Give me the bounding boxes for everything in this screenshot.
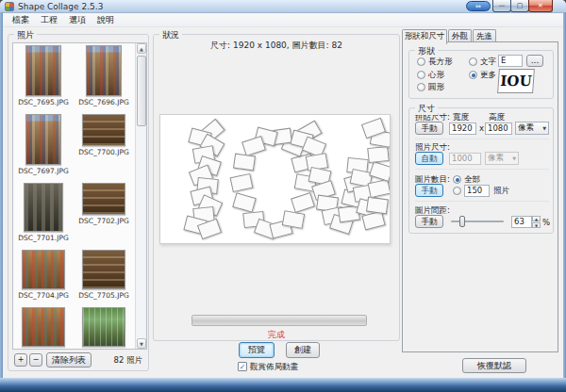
close-icon: ✕ (538, 2, 543, 9)
photo-item[interactable]: DSC_7704.JPG (18, 250, 69, 300)
photo-count-custom-radio[interactable] (453, 187, 461, 195)
menu-help[interactable]: 說明 (92, 13, 119, 27)
photo-thumbnail[interactable] (86, 45, 122, 96)
shape-more-radio[interactable] (469, 71, 477, 79)
shape-text-radio[interactable] (469, 57, 477, 66)
photo-thumbnail[interactable] (82, 114, 125, 146)
photo-filename: DSC_7696.JPG (78, 98, 129, 106)
photo-item[interactable]: DSC_7700.JPG (78, 114, 129, 156)
custom-shape-preview[interactable]: IOU (497, 69, 535, 93)
spacing-manual-button[interactable]: 手動 (415, 215, 443, 228)
add-photos-button[interactable]: + (14, 353, 27, 367)
shape-circle-label[interactable]: 圓形 (428, 82, 444, 93)
size-group-label: 尺寸 (415, 103, 438, 115)
shape-circle-radio[interactable] (417, 83, 425, 91)
shape-rectangle-radio[interactable] (417, 57, 425, 66)
spin-down-icon[interactable]: ▼ (532, 222, 541, 228)
animation-checkbox[interactable]: ✓ (238, 362, 247, 371)
photo-item[interactable]: DSC_7705.JPG (78, 250, 129, 300)
shape-rectangle-label[interactable]: 長方形 (428, 57, 453, 68)
photo-filename: DSC_7702.JPG (78, 217, 129, 225)
collage-photo-card (367, 146, 390, 163)
close-button[interactable]: ✕ (528, 0, 553, 12)
photos-group-label: 照片 (14, 29, 37, 41)
photo-count-all-radio[interactable] (453, 175, 461, 184)
collage-photo-card (241, 136, 266, 156)
minimize-button[interactable]: — (492, 0, 511, 12)
photo-item[interactable]: DSC_7708.JPG (78, 307, 129, 350)
photo-list[interactable]: DSC_7695.JPGDSC_7696.JPGDSC_7697.JPGDSC_… (12, 42, 147, 350)
photo-filename: DSC_7707.JPG (18, 349, 69, 350)
collage-photo-card (233, 154, 256, 172)
photo-count-input[interactable]: 150 (464, 185, 490, 197)
scroll-up-icon[interactable]: ▲ (137, 43, 146, 54)
shape-heart-radio[interactable] (417, 71, 425, 79)
photo-item[interactable]: DSC_7707.JPG (18, 307, 69, 350)
collage-photo-card (369, 161, 391, 182)
collage-status-text: 尺寸: 1920 x 1080, 圖片數目: 82 (154, 40, 399, 52)
collage-width-input[interactable]: 1920 (449, 122, 476, 135)
menu-options[interactable]: 選項 (64, 13, 91, 27)
photo-thumbnail[interactable] (82, 183, 125, 215)
browse-shape-button[interactable]: ... (526, 55, 543, 67)
photo-filename: DSC_7695.JPG (18, 98, 69, 106)
minimize-icon: — (499, 2, 506, 9)
tab-advanced[interactable]: 先進 (473, 29, 496, 42)
scroll-down-icon[interactable]: ▼ (137, 338, 146, 349)
photo-count-manual-button[interactable]: 手動 (415, 184, 443, 197)
titlebar[interactable]: Shape Collage 2.5.3 ⇔ — ▢ ✕ (0, 0, 566, 13)
photo-size-auto-button[interactable]: 自動 (415, 152, 443, 165)
photo-thumbnail[interactable] (22, 250, 65, 289)
photo-thumbnail[interactable] (22, 307, 65, 347)
size-group: 尺寸 拼貼尺寸: 寬度 高度 手動 1920 x 1080 像素▼ 照片尺寸: … (408, 107, 554, 234)
photo-item[interactable]: DSC_7696.JPG (78, 45, 129, 106)
photo-thumbnail[interactable] (82, 307, 125, 347)
done-label: 完成 (154, 329, 399, 341)
photo-item[interactable]: DSC_7697.JPG (18, 114, 69, 175)
spacing-value-input[interactable]: 63 (511, 216, 532, 228)
chevron-down-icon: ▼ (512, 155, 516, 161)
photo-thumbnail[interactable] (25, 114, 61, 165)
status-group: 狀況 尺寸: 1920 x 1080, 圖片數目: 82 完成 (153, 34, 400, 341)
shape-text-label[interactable]: 文字 (480, 57, 496, 68)
divider (415, 169, 549, 170)
scrollbar-thumb[interactable] (137, 56, 146, 126)
photo-item[interactable]: DSC_7702.JPG (78, 183, 129, 225)
photo-thumbnail[interactable] (24, 183, 63, 232)
spacing-percent-label: % (542, 218, 550, 227)
photo-list-scrollbar[interactable]: ▲ ▼ (135, 43, 146, 349)
spin-up-icon[interactable]: ▲ (532, 216, 541, 221)
shape-heart-label[interactable]: 心形 (428, 70, 444, 81)
restore-defaults-button[interactable]: 恢復默認 (462, 358, 526, 373)
clear-list-button[interactable]: 清除列表 (46, 352, 92, 368)
photo-count-unit-label: 照片 (493, 186, 509, 197)
menubar: 檔案 工程 選項 說明 (3, 13, 563, 27)
window-border-bottom (0, 378, 566, 392)
maximize-button[interactable]: ▢ (510, 0, 529, 12)
photo-item[interactable]: DSC_7701.JPG (18, 183, 69, 242)
collage-size-unit-select[interactable]: 像素▼ (515, 122, 549, 135)
collage-height-input[interactable]: 1080 (485, 122, 512, 135)
titlebar-glow-icon: ⇔ (466, 1, 491, 11)
spacing-slider-thumb[interactable] (459, 216, 465, 227)
tab-appearance[interactable]: 外觀 (448, 29, 472, 42)
chevron-down-icon: ▼ (542, 125, 546, 131)
menu-project[interactable]: 工程 (36, 13, 62, 27)
menu-file[interactable]: 檔案 (8, 13, 34, 27)
shape-text-input[interactable]: E (498, 55, 523, 67)
remove-photos-button[interactable]: − (29, 353, 42, 367)
shape-group: 形狀 長方形 心形 圓形 文字 E ... 更多 IOU (408, 50, 554, 99)
photo-thumbnail[interactable] (82, 250, 125, 289)
app-window: Shape Collage 2.5.3 ⇔ — ▢ ✕ 檔案 工程 選項 說明 … (0, 0, 566, 392)
shape-more-label[interactable]: 更多 (480, 70, 496, 81)
photo-item[interactable]: DSC_7695.JPG (18, 45, 69, 106)
tab-shape-and-size[interactable]: 形狀和尺寸 (402, 29, 447, 44)
create-button[interactable]: 創建 (286, 342, 320, 358)
collage-size-manual-button[interactable]: 手動 (415, 122, 443, 135)
photo-count-label: 82 照片 (113, 355, 142, 367)
photo-thumbnail[interactable] (25, 45, 61, 96)
preview-button[interactable]: 預覽 (239, 342, 275, 358)
collage-photo-card (366, 197, 389, 215)
content-area: 照片 DSC_7695.JPGDSC_7696.JPGDSC_7697.JPGD… (3, 27, 563, 378)
minus-icon: − (33, 355, 40, 364)
